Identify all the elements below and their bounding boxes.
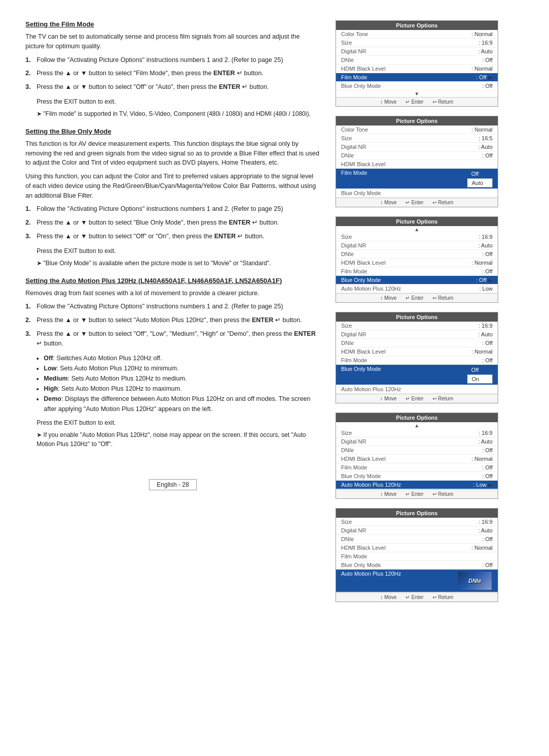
row-label: Size xyxy=(341,234,352,240)
panel2-row-size: Size : 16:5 xyxy=(336,134,498,143)
panel6-footer: ↕ Move ↵ Enter ↩ Return xyxy=(336,592,498,602)
row-value: : Off xyxy=(482,268,493,274)
panel2-row-filmmode: Film Mode Off Auto xyxy=(336,169,498,189)
section-title-film-mode: Setting the Film Mode xyxy=(25,20,320,28)
return-label: ↩ Return xyxy=(433,396,453,401)
row-label: Blue Only Mode xyxy=(341,83,381,89)
step-text: Press the ▲ or ▼ button to select "Off",… xyxy=(37,329,320,349)
panel1-row-size: Size : 16:9 xyxy=(336,39,498,47)
row-value: : Normal xyxy=(471,545,493,551)
panel5-row-automotion: Auto Motion Plus 120Hz : Low ▶ xyxy=(336,481,498,489)
row-value: : Auto xyxy=(478,144,493,150)
panel3-row-dnie: DNIe : Off xyxy=(336,250,498,259)
step-text: Press the ▲ or ▼ button to select "Off" … xyxy=(37,232,264,241)
row-right: : Low ▶ xyxy=(473,482,493,488)
dropdown-auto: Auto xyxy=(467,178,493,187)
section-film-mode: Setting the Film Mode The TV can be set … xyxy=(25,20,320,118)
enter-label: ↵ Enter xyxy=(406,295,423,301)
section-body-blue-only: This function is for AV device measureme… xyxy=(25,139,320,268)
panel4-row-digitalnr: Digital NR : Auto xyxy=(336,330,498,339)
panel4-header: Picture Options xyxy=(336,312,498,322)
row-value: : Off xyxy=(482,562,493,568)
row-label: Digital NR xyxy=(341,438,367,445)
section-blue-only: Setting the Blue Only Mode This function… xyxy=(25,128,320,268)
row-value: : Normal xyxy=(471,66,493,72)
auto-step-3: 3. Press the ▲ or ▼ button to select "Of… xyxy=(25,329,320,349)
panel2-row-hdmi: HDMI Black Level xyxy=(336,160,498,169)
row-label: Auto Motion Plus 120Hz xyxy=(341,386,401,392)
panel3-row-filmmode: Film Mode : Off xyxy=(336,267,498,276)
row-label: HDMI Black Level xyxy=(341,66,385,72)
panel5-row-filmmode: Film Mode : Off xyxy=(336,463,498,472)
step-num: 3. xyxy=(25,232,34,241)
section-auto-motion: Setting the Auto Motion Plus 120Hz (LN40… xyxy=(25,277,320,449)
panel4-row-filmmode: Film Mode : Off xyxy=(336,356,498,365)
row-label: HDMI Black Level xyxy=(341,456,385,462)
auto-motion-intro: Removes drag from fast scenes with a lot… xyxy=(25,289,320,298)
blue-only-steps: 1. Follow the "Activating Picture Option… xyxy=(25,204,320,241)
row-label: Size xyxy=(341,40,352,46)
row-label: Digital NR xyxy=(341,527,367,533)
dropdown-off: Off xyxy=(467,170,493,178)
row-label: Blue Only Mode xyxy=(341,277,381,283)
panel3-row-size: Size : 16:9 xyxy=(336,233,498,241)
panel1-row-blueonly: Blue Only Mode : Off xyxy=(336,82,498,90)
row-value: : 16:9 xyxy=(478,234,493,240)
row-label: Digital NR xyxy=(341,242,367,248)
panel4-row-dnie: DNIe : Off xyxy=(336,339,498,348)
panel4-row-automotion: Auto Motion Plus 120Hz xyxy=(336,385,498,394)
auto-step-2: 2. Press the ▲ or ▼ button to select "Au… xyxy=(25,316,320,325)
dropdown-container: Off On xyxy=(467,366,493,384)
panel3-row-digitalnr: Digital NR : Auto xyxy=(336,241,498,250)
row-value: : Normal xyxy=(471,127,493,133)
dropdown-container: Off Auto xyxy=(467,170,493,187)
step-text: Press the ▲ or ▼ button to select "Blue … xyxy=(37,218,279,228)
row-label: Film Mode xyxy=(341,553,367,559)
enter-label: ↵ Enter xyxy=(406,396,423,401)
row-value: : Off xyxy=(482,447,493,453)
section-body-film-mode: The TV can be set to automatically sense… xyxy=(25,32,320,118)
blue-arrow-note: "Blue Only Mode" is available when the p… xyxy=(25,259,320,268)
panel5-up-arrow: ▲ xyxy=(336,422,498,429)
row-label: Digital NR xyxy=(341,144,367,150)
row-label: Blue Only Mode xyxy=(341,190,381,196)
panel6-row-size: Size : 16:9 xyxy=(336,518,498,526)
blue-step-3: 3. Press the ▲ or ▼ button to select "Of… xyxy=(25,232,320,241)
row-label: Auto Motion Plus 120Hz xyxy=(341,286,401,292)
row-value: : Off xyxy=(482,357,493,363)
panel4-footer: ↕ Move ↵ Enter ↩ Return xyxy=(336,394,498,403)
row-value: : Off xyxy=(482,340,493,346)
page-layout: Setting the Film Mode The TV can be set … xyxy=(25,20,524,602)
enter-label: ↵ Enter xyxy=(406,491,423,497)
row-label: DNIe xyxy=(341,340,354,346)
move-label: ↕ Move xyxy=(380,491,396,497)
bullet-medium: Medium: Sets Auto Motion Plus 120Hz to m… xyxy=(44,373,320,384)
panel5-row-hdmi: HDMI Black Level : Normal xyxy=(336,455,498,463)
panel4-row-blueonly: Blue Only Mode Off On xyxy=(336,365,498,385)
panel2-row-dnie: DNIe : Off xyxy=(336,151,498,160)
panel1-down-arrow: ▼ xyxy=(336,90,498,97)
panel3-row-blueonly: Blue Only Mode : Off ▶ xyxy=(336,276,498,285)
row-label: Film Mode xyxy=(341,170,367,187)
return-label: ↩ Return xyxy=(433,200,453,205)
panel3-footer: ↕ Move ↵ Enter ↩ Return xyxy=(336,293,498,302)
row-value: : Normal xyxy=(471,349,493,355)
film-step-2: 2. Press the ▲ or ▼ button to select "Fi… xyxy=(25,69,320,78)
row-value: : Normal xyxy=(471,260,493,266)
row-label: Size xyxy=(341,323,352,329)
panel1-row-hdmi: HDMI Black Level : Normal xyxy=(336,65,498,73)
row-value: : Auto xyxy=(478,331,493,337)
film-indent-note: Press the EXIT button to exit. xyxy=(25,97,320,106)
panel6-row-filmmode: Film Mode xyxy=(336,552,498,561)
row-value: : Off xyxy=(482,152,493,159)
panel6-row-blueonly: Blue Only Mode : Off xyxy=(336,561,498,570)
row-value: : Off xyxy=(482,57,493,63)
step-num: 3. xyxy=(25,82,34,92)
row-label: Color Tone xyxy=(341,127,368,133)
panel1-row-colortone: Color Tone : Normal xyxy=(336,30,498,39)
panel5-header: Picture Options xyxy=(336,413,498,422)
blue-step-1: 1. Follow the "Activating Picture Option… xyxy=(25,204,320,214)
film-mode-steps: 1. Follow the "Activating Picture Option… xyxy=(25,55,320,92)
panel2-row-blueonly: Blue Only Mode xyxy=(336,189,498,198)
panel6-header: Picture Options xyxy=(336,509,498,518)
